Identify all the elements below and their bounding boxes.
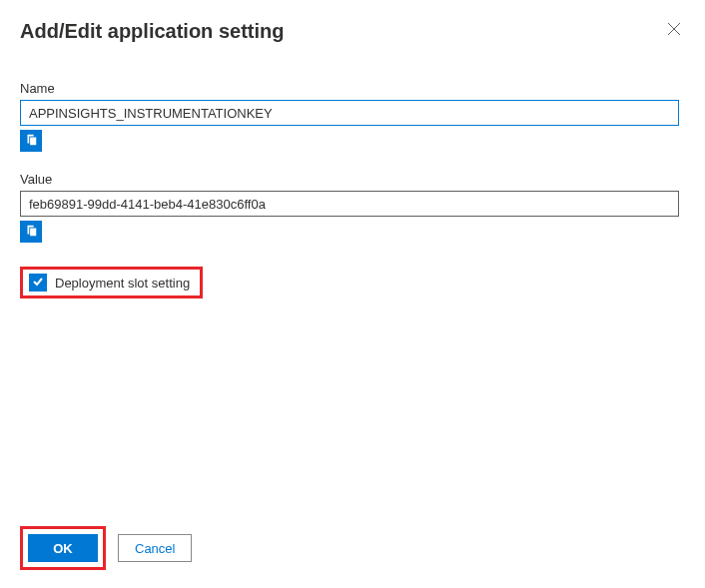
check-icon [32,276,44,291]
deployment-slot-checkbox[interactable] [29,274,47,292]
dialog-header: Add/Edit application setting [20,20,685,43]
name-label: Name [20,81,685,96]
close-icon[interactable] [663,20,685,41]
deployment-slot-checkbox-row[interactable]: Deployment slot setting [20,267,203,298]
cancel-button[interactable]: Cancel [118,534,192,562]
name-field-group: Name [20,81,685,152]
deployment-slot-label: Deployment slot setting [55,276,194,291]
value-label: Value [20,172,685,187]
value-input[interactable] [20,191,679,217]
dialog-footer: OK Cancel [20,526,192,570]
name-input[interactable] [20,100,679,126]
dialog-title: Add/Edit application setting [20,20,284,43]
ok-button[interactable]: OK [28,534,98,562]
ok-highlight: OK [20,526,106,570]
copy-value-button[interactable] [20,221,42,243]
copy-icon [24,133,38,150]
copy-name-button[interactable] [20,130,42,152]
copy-icon [24,224,38,241]
value-field-group: Value [20,172,685,243]
